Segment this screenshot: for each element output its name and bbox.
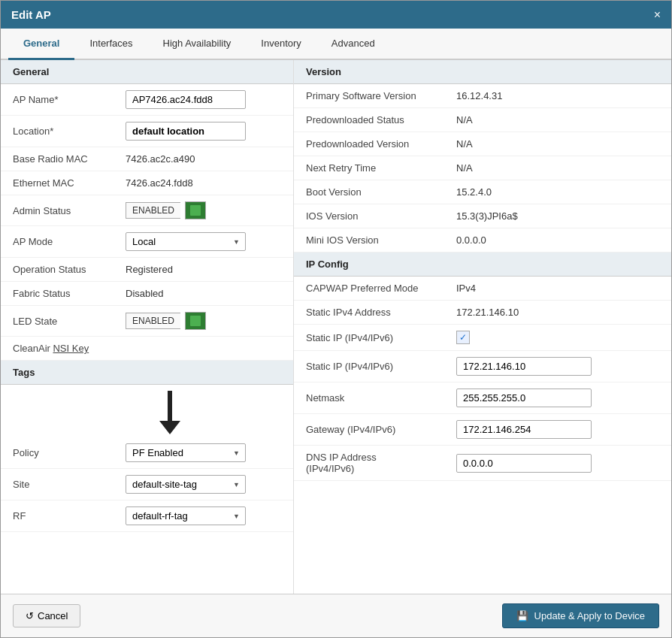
predownloaded-status-row: Predownloaded Status N/A xyxy=(294,108,671,132)
predownloaded-status-label: Predownloaded Status xyxy=(306,114,456,125)
boot-version-label: Boot Version xyxy=(306,186,456,198)
cleanair-nsi-key-row: CleanAir NSI Key xyxy=(1,337,293,361)
admin-status-indicator xyxy=(185,201,206,219)
primary-sw-version-value: 16.12.4.31 xyxy=(456,90,502,101)
fabric-status-label: Fabric Status xyxy=(13,288,126,299)
tags-section-header: Tags xyxy=(1,361,293,385)
predownloaded-status-value: N/A xyxy=(456,114,473,125)
footer: ↺ Cancel 💾 Update & Apply to Device xyxy=(1,594,671,637)
operation-status-label: Operation Status xyxy=(13,264,126,275)
update-apply-button[interactable]: 💾 Update & Apply to Device xyxy=(502,603,659,628)
operation-status-value: Registered xyxy=(126,264,173,275)
arrow-stem xyxy=(168,391,172,421)
ap-mode-select-wrapper: Local FlexConnect Monitor Sniffer xyxy=(126,232,246,251)
static-ip-input-row: Static IP (IPv4/IPv6) xyxy=(294,351,671,382)
main-content: General AP Name* Location* Base Radio MA… xyxy=(1,60,671,594)
right-panel: Version Primary Software Version 16.12.4… xyxy=(294,60,671,594)
cancel-button[interactable]: ↺ Cancel xyxy=(13,604,80,627)
tab-advanced[interactable]: Advanced xyxy=(316,29,390,60)
rf-select-wrapper: default-rf-tag xyxy=(126,506,246,525)
admin-status-row: Admin Status ENABLED xyxy=(1,195,293,226)
update-label: Update & Apply to Device xyxy=(534,610,645,621)
static-ip-input-label: Static IP (IPv4/IPv6) xyxy=(306,361,456,372)
static-ip-checkbox[interactable]: ✓ xyxy=(456,331,470,344)
ethernet-mac-value: 7426.ac24.fdd8 xyxy=(126,177,193,189)
netmask-row: Netmask xyxy=(294,382,671,414)
primary-sw-version-label: Primary Software Version xyxy=(306,90,456,101)
location-input[interactable] xyxy=(126,122,246,141)
dialog-title: Edit AP xyxy=(11,8,51,21)
fabric-status-row: Fabric Status Disabled xyxy=(1,282,293,306)
static-ip-checkbox-label: Static IP (IPv4/IPv6) xyxy=(306,332,456,343)
operation-status-row: Operation Status Registered xyxy=(1,258,293,282)
netmask-label: Netmask xyxy=(306,392,456,404)
ios-version-row: IOS Version 15.3(3)JPI6a$ xyxy=(294,204,671,228)
static-ipv4-addr-value: 172.21.146.10 xyxy=(456,307,519,318)
led-state-row: LED State ENABLED xyxy=(1,306,293,337)
mini-ios-version-row: Mini IOS Version 0.0.0.0 xyxy=(294,228,671,252)
policy-label: Policy xyxy=(13,447,126,458)
led-state-text: ENABLED xyxy=(126,313,180,329)
predownloaded-version-value: N/A xyxy=(456,138,473,150)
tab-interfaces[interactable]: Interfaces xyxy=(74,29,147,60)
led-state-label: LED State xyxy=(13,316,126,327)
admin-status-label: Admin Status xyxy=(13,205,126,216)
next-retry-time-label: Next Retry Time xyxy=(306,162,456,174)
site-row: Site default-site-tag xyxy=(1,469,293,500)
next-retry-time-row: Next Retry Time N/A xyxy=(294,156,671,180)
led-state-indicator xyxy=(185,312,206,330)
ip-config-section-header: IP Config xyxy=(294,252,671,277)
capwap-mode-label: CAPWAP Preferred Mode xyxy=(306,283,456,294)
static-ipv4-addr-label: Static IPv4 Address xyxy=(306,307,456,318)
ethernet-mac-row: Ethernet MAC 7426.ac24.fdd8 xyxy=(1,171,293,195)
ios-version-value: 15.3(3)JPI6a$ xyxy=(456,210,518,222)
predownloaded-version-row: Predownloaded Version N/A xyxy=(294,132,671,156)
tab-general[interactable]: General xyxy=(8,29,74,60)
boot-version-row: Boot Version 15.2.4.0 xyxy=(294,180,671,204)
mini-ios-version-label: Mini IOS Version xyxy=(306,234,456,246)
ap-name-label: AP Name* xyxy=(13,94,126,105)
update-icon: 💾 xyxy=(516,610,528,621)
rf-row: RF default-rf-tag xyxy=(1,500,293,532)
ap-mode-select[interactable]: Local FlexConnect Monitor Sniffer xyxy=(126,232,246,251)
edit-ap-dialog: Edit AP × General Interfaces High Availa… xyxy=(0,0,672,638)
static-ip-input[interactable] xyxy=(456,357,592,376)
version-section-header: Version xyxy=(294,60,671,84)
site-select[interactable]: default-site-tag xyxy=(126,475,246,494)
tab-inventory[interactable]: Inventory xyxy=(246,29,316,60)
capwap-mode-value: IPv4 xyxy=(456,283,476,294)
arrow-head xyxy=(159,421,180,434)
gateway-label: Gateway (IPv4/IPv6) xyxy=(306,424,456,435)
arrow-indicator xyxy=(1,385,293,437)
policy-select-wrapper: PF Enabled xyxy=(126,443,246,462)
ap-name-input[interactable] xyxy=(126,90,246,109)
close-button[interactable]: × xyxy=(654,9,661,21)
location-row: Location* xyxy=(1,116,293,147)
predownloaded-version-label: Predownloaded Version xyxy=(306,138,456,150)
ethernet-mac-label: Ethernet MAC xyxy=(13,177,126,189)
led-state-toggle[interactable]: ENABLED xyxy=(126,312,206,330)
gateway-input[interactable] xyxy=(456,420,592,439)
admin-status-toggle[interactable]: ENABLED xyxy=(126,201,206,219)
admin-status-text: ENABLED xyxy=(126,202,180,219)
toggle-on-icon xyxy=(190,205,201,216)
ap-name-row: AP Name* xyxy=(1,84,293,116)
general-section-content: AP Name* Location* Base Radio MAC 7426.a… xyxy=(1,84,293,361)
primary-sw-version-row: Primary Software Version 16.12.4.31 xyxy=(294,84,671,108)
led-toggle-on-icon xyxy=(190,316,201,326)
dns-ip-input[interactable] xyxy=(456,454,592,473)
policy-select[interactable]: PF Enabled xyxy=(126,443,246,462)
cleanair-nsi-key-label: CleanAir NSI Key xyxy=(13,343,126,354)
base-radio-mac-row: Base Radio MAC 7426.ac2c.a490 xyxy=(1,147,293,171)
dns-ip-row: DNS IP Address(IPv4/IPv6) xyxy=(294,446,671,481)
base-radio-mac-value: 7426.ac2c.a490 xyxy=(126,153,195,165)
base-radio-mac-label: Base Radio MAC xyxy=(13,153,126,165)
rf-select[interactable]: default-rf-tag xyxy=(126,506,246,525)
netmask-input[interactable] xyxy=(456,389,592,407)
boot-version-value: 15.2.4.0 xyxy=(456,186,492,198)
static-ipv4-addr-row: Static IPv4 Address 172.21.146.10 xyxy=(294,301,671,325)
tab-high-availability[interactable]: High Availability xyxy=(148,29,247,60)
next-retry-time-value: N/A xyxy=(456,162,473,174)
policy-row: Policy PF Enabled xyxy=(1,437,293,469)
cancel-label: Cancel xyxy=(38,610,68,621)
